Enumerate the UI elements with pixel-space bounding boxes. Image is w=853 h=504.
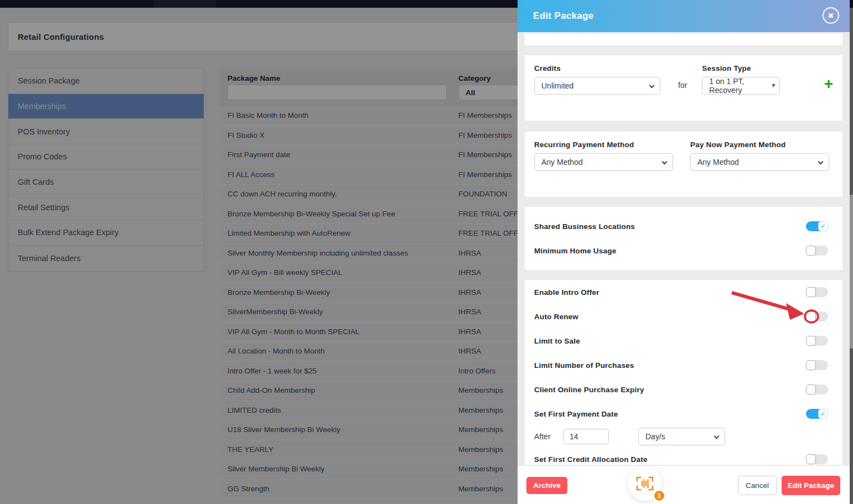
chevron-down-icon — [662, 159, 668, 165]
first-payment-after-row: After Day/s — [534, 426, 828, 447]
locations-section: Shared Business Locations Minimum Home U… — [525, 207, 842, 270]
close-icon[interactable]: ✖ — [823, 7, 839, 24]
edit-package-modal: Edit Package ✖ Credits Unlimited for Ses… — [518, 0, 850, 504]
toggle-knob — [818, 409, 828, 419]
modal-title: Edit Package — [518, 11, 593, 22]
paynow-payment-value: Any Method — [697, 158, 739, 167]
cancel-button[interactable]: Cancel — [738, 476, 777, 495]
paynow-payment-select[interactable]: Any Method — [690, 153, 829, 171]
toggle-knob — [806, 385, 816, 394]
after-unit-value: Day/s — [645, 432, 665, 441]
toggle-label: Minimum Home Usage — [534, 247, 616, 255]
toggle-switch[interactable] — [806, 360, 828, 370]
barcode-icon — [635, 476, 654, 491]
barcode-scan-button[interactable]: 1 — [628, 466, 662, 501]
after-days-input[interactable] — [564, 429, 609, 444]
toggle-label: Auto Renew — [534, 313, 578, 321]
recurring-payment-value: Any Method — [541, 158, 583, 167]
notification-badge: 1 — [653, 490, 665, 502]
chevron-down-icon — [649, 83, 655, 89]
toggle-knob — [806, 454, 816, 464]
toggle-row: Auto Renew — [534, 304, 828, 329]
credits-label: Credits — [534, 64, 660, 72]
session-type-select[interactable]: 1 on 1 PT, Recovery ▾ — [702, 77, 780, 95]
toggle-label: Enable Intro Offer — [534, 288, 599, 297]
payment-methods-section: Recurring Payment Method Any Method Pay … — [525, 132, 842, 197]
modal-footer: Archive 1 Cancel Edit Package — [518, 465, 850, 504]
toggle-row: Client Online Purchase Expiry — [534, 377, 828, 402]
toggle-label: Set First Payment Date — [534, 410, 618, 418]
credits-value: Unlimited — [541, 81, 573, 90]
session-type-value: 1 on 1 PT, Recovery — [709, 77, 764, 95]
toggle-row: Minimum Home Usage — [534, 238, 828, 263]
toggle-knob — [806, 336, 816, 346]
credits-select[interactable]: Unlimited — [534, 77, 660, 95]
options-toggle-list: Enable Intro Offer Auto Renew Limit to S… — [534, 280, 828, 426]
toggle-row: Enable Intro Offer — [534, 280, 828, 304]
scrolled-section-partial — [525, 34, 842, 45]
toggle-switch[interactable] — [806, 454, 828, 464]
triangle-down-icon: ▾ — [771, 81, 774, 89]
chevron-down-icon — [714, 434, 720, 439]
edit-package-button[interactable]: Edit Package — [782, 476, 840, 495]
toggle-knob — [806, 360, 816, 370]
toggle-row: Set First Payment Date — [534, 402, 828, 426]
chevron-down-icon — [818, 159, 824, 165]
toggle-row: Limit to Sale — [534, 329, 828, 353]
recurring-payment-select[interactable]: Any Method — [534, 153, 673, 171]
toggle-switch[interactable] — [806, 246, 828, 256]
toggle-row: Limit Number of Purchases — [534, 353, 828, 377]
toggle-knob — [806, 287, 816, 297]
recurring-payment-label: Recurring Payment Method — [534, 141, 673, 149]
archive-button[interactable]: Archive — [526, 477, 567, 494]
after-unit-select[interactable]: Day/s — [638, 428, 725, 445]
toggle-label: Limit Number of Purchases — [534, 361, 634, 370]
modal-header: Edit Package ✖ — [518, 0, 850, 32]
options-section: Enable Intro Offer Auto Renew Limit to S… — [525, 280, 842, 465]
credits-section: Credits Unlimited for Session Type 1 on … — [525, 55, 842, 121]
after-label: After — [534, 432, 564, 441]
toggle-label: Shared Business Locations — [534, 222, 635, 231]
toggle-switch[interactable] — [806, 287, 828, 297]
session-type-label: Session Type — [702, 64, 780, 72]
toggle-switch[interactable] — [806, 336, 828, 346]
toggle-switch[interactable] — [806, 221, 828, 231]
toggle-label: Limit to Sale — [534, 337, 580, 345]
toggle-knob — [806, 246, 816, 256]
toggle-knob — [806, 311, 816, 321]
for-label: for — [678, 81, 687, 90]
paynow-payment-label: Pay Now Payment Method — [690, 141, 829, 149]
toggle-label: Client Online Purchase Expiry — [534, 386, 644, 394]
toggle-label: Set First Credit Allocation Date — [534, 455, 648, 464]
toggle-switch[interactable] — [806, 385, 828, 394]
toggle-switch[interactable] — [806, 311, 828, 321]
add-credit-row-plus-icon[interactable]: + — [824, 76, 833, 92]
toggle-row: Shared Business Locations — [534, 214, 828, 238]
toggle-knob — [818, 221, 828, 231]
toggle-switch[interactable] — [806, 409, 828, 419]
